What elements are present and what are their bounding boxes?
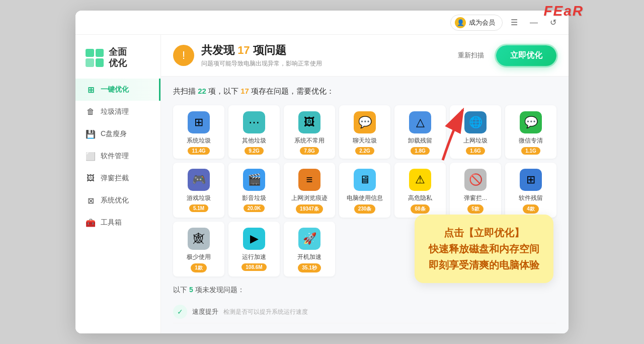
issue-card-high-risk[interactable]: ⚠ 高危隐私 68条 — [394, 163, 446, 218]
item-icon-browser-trace: ≡ — [298, 169, 320, 191]
item-badge-sys-trash: 11.4G — [188, 147, 209, 155]
member-label: 成为会员 — [469, 18, 495, 27]
nav-icon-disk: 💾 — [86, 129, 96, 139]
item-name-sys-unused: 系统不常用 — [294, 136, 325, 145]
item-badge-startup-speed: 35.1秒 — [298, 263, 320, 272]
issue-card-uninstall[interactable]: △ 卸载残留 1.8G — [394, 105, 446, 159]
item-badge-net-trash: 1.6G — [466, 147, 485, 155]
issue-card-pc-info[interactable]: 🖥 电脑使用信息 230条 — [339, 163, 390, 218]
item-icon-sys-trash: ⊞ — [188, 111, 210, 133]
issue-card-soft-remain[interactable]: ⊞ 软件残留 4款 — [505, 163, 556, 218]
item-badge-run-speed: 108.6M — [242, 263, 266, 271]
issue-card-chat-trash[interactable]: 💬 聊天垃圾 2.2G — [339, 105, 390, 159]
nav-list: ⊞ 一键优化 🗑 垃圾清理 💾 C盘瘦身 ⬜ 软件管理 🖼 弹窗拦截 ⊠ 系统优… — [75, 79, 160, 234]
nav-label-popup: 弹窗拦截 — [101, 174, 129, 183]
item-icon-soft-remain: ⊞ — [520, 169, 542, 191]
top-bar: ! 共发现 17 项问题 问题项可能导致电脑出现异常，影响正常使用 重新扫描 立… — [161, 35, 569, 77]
item-badge-other-trash: 9.2G — [245, 147, 264, 155]
avatar-icon: 👤 — [455, 17, 466, 28]
content-wrapper: 共扫描 22 项，以下 17 项存在问题，需要优化： ⊞ 系统垃圾 11.4G … — [161, 77, 569, 333]
item-name-browser-trace: 上网浏览痕迹 — [291, 194, 328, 202]
issue-card-sys-unused[interactable]: 🖼 系统不常用 7.8G — [284, 105, 335, 159]
issue-count: 17 — [237, 44, 250, 56]
nav-label-disk: C盘瘦身 — [101, 129, 127, 139]
item-icon-net-trash: 🌐 — [464, 111, 487, 133]
item-badge-browser-trace: 19347条 — [296, 204, 323, 214]
item-icon-rarely-used: 🕸 — [188, 228, 210, 250]
item-badge-high-risk: 68条 — [411, 204, 429, 214]
sidebar-item-trash[interactable]: 🗑 垃圾清理 — [75, 101, 160, 123]
item-name-game-trash: 游戏垃圾 — [187, 194, 211, 202]
scan-text-block: 共发现 17 项问题 问题项可能导致电脑出现异常，影响正常使用 — [201, 43, 322, 68]
issue-card-run-speed[interactable]: ▶ 运行加速 108.6M — [228, 222, 280, 277]
minimize-button[interactable]: — — [526, 16, 542, 29]
no-issue-check-icon: ✓ — [173, 305, 187, 319]
item-badge-game-trash: 5.1M — [189, 204, 208, 212]
title-prefix: 共发现 — [201, 44, 234, 56]
item-name-startup-speed: 开机加速 — [297, 253, 321, 261]
nav-label-trash: 垃圾清理 — [101, 107, 129, 116]
item-name-net-trash: 上网垃圾 — [463, 136, 488, 145]
item-icon-pc-info: 🖥 — [354, 169, 376, 191]
sidebar-item-optimize[interactable]: ⊠ 系统优化 — [75, 189, 160, 212]
nav-label-one-click: 一键优化 — [101, 85, 129, 94]
issue-card-rarely-used[interactable]: 🕸 极少使用 1款 — [173, 222, 224, 277]
member-button[interactable]: 👤 成为会员 — [450, 15, 503, 31]
sidebar-item-popup[interactable]: 🖼 弹窗拦截 — [75, 167, 160, 189]
callout-box: 点击【立即优化】 快速释放磁盘和内存空间 即刻享受清爽的电脑体验 — [415, 215, 553, 283]
nav-label-optimize: 系统优化 — [101, 196, 129, 205]
no-issue-title: 以下 5 项未发现问题： — [173, 286, 556, 295]
issue-card-other-trash[interactable]: ⋯ 其他垃圾 9.2G — [228, 105, 280, 159]
item-badge-rarely-used: 1款 — [191, 263, 207, 272]
issue-card-browser-trace[interactable]: ≡ 上网浏览痕迹 19347条 — [284, 163, 335, 218]
issue-card-startup-speed[interactable]: 🚀 开机加速 35.1秒 — [284, 222, 335, 277]
optimize-button[interactable]: 立即优化 — [496, 45, 556, 66]
app-title: 全面优化 — [109, 47, 127, 68]
item-icon-popup-block: 🚫 — [464, 169, 487, 191]
nav-icon-software: ⬜ — [86, 151, 96, 161]
fear-badge: FEaR — [543, 11, 569, 19]
sidebar-item-one-click[interactable]: ⊞ 一键优化 — [75, 79, 160, 101]
issue-card-sys-trash[interactable]: ⊞ 系统垃圾 11.4G — [173, 105, 224, 159]
main-layout: 全面优化 ⊞ 一键优化 🗑 垃圾清理 💾 C盘瘦身 ⬜ 软件管理 🖼 弹窗拦截 … — [75, 35, 569, 333]
item-name-wechat: 微信专清 — [519, 136, 543, 145]
nav-label-software: 软件管理 — [101, 152, 129, 161]
item-icon-film-trash: 🎬 — [243, 169, 265, 191]
issue-card-game-trash[interactable]: 🎮 游戏垃圾 5.1M — [173, 163, 224, 218]
top-actions: 重新扫描 立即优化 — [453, 45, 556, 66]
item-icon-chat-trash: 💬 — [354, 111, 376, 133]
item-name-pc-info: 电脑使用信息 — [347, 194, 383, 202]
sidebar-item-software[interactable]: ⬜ 软件管理 — [75, 145, 160, 167]
rescan-button[interactable]: 重新扫描 — [453, 48, 489, 63]
sidebar-item-disk[interactable]: 💾 C盘瘦身 — [75, 123, 160, 145]
item-badge-film-trash: 20.0K — [244, 204, 265, 212]
title-suffix: 项问题 — [253, 44, 286, 56]
scan-info: ! 共发现 17 项问题 问题项可能导致电脑出现异常，影响正常使用 — [173, 43, 322, 68]
item-name-uninstall: 卸载残留 — [408, 136, 432, 145]
issue-card-popup-block[interactable]: 🚫 弹窗拦... 5款 — [450, 163, 501, 218]
sidebar-item-tools[interactable]: 🧰 工具箱 — [75, 212, 160, 234]
nav-icon-tools: 🧰 — [86, 218, 96, 228]
item-icon-run-speed: ▶ — [243, 228, 265, 250]
item-name-film-trash: 影音垃圾 — [242, 194, 266, 202]
nav-icon-one-click: ⊞ — [86, 85, 96, 95]
issue-card-net-trash[interactable]: 🌐 上网垃圾 1.6G — [450, 105, 501, 159]
issue-card-film-trash[interactable]: 🎬 影音垃圾 20.0K — [228, 163, 280, 218]
nav-icon-optimize: ⊠ — [86, 195, 96, 205]
item-icon-high-risk: ⚠ — [409, 169, 431, 191]
menu-button[interactable]: ☰ — [507, 16, 522, 29]
item-name-other-trash: 其他垃圾 — [242, 136, 266, 145]
scan-subtitle: 问题项可能导致电脑出现异常，影响正常使用 — [201, 59, 322, 68]
nav-icon-popup: 🖼 — [86, 173, 96, 183]
sidebar: 全面优化 ⊞ 一键优化 🗑 垃圾清理 💾 C盘瘦身 ⬜ 软件管理 🖼 弹窗拦截 … — [75, 35, 161, 333]
item-name-run-speed: 运行加速 — [242, 253, 266, 261]
logo-icon — [86, 49, 104, 67]
callout-line3: 即刻享受清爽的电脑体验 — [429, 257, 539, 273]
scan-title: 共发现 17 项问题 — [201, 43, 322, 58]
item-badge-wechat: 1.1G — [521, 147, 540, 155]
item-name-popup-block: 弹窗拦... — [464, 194, 487, 202]
issue-card-wechat[interactable]: 💬 微信专清 1.1G — [505, 105, 556, 159]
item-icon-startup-speed: 🚀 — [298, 228, 320, 250]
no-issue-section: 以下 5 项未发现问题： ✓ 速度提升 检测是否可以提升系统运行速度 — [173, 286, 556, 323]
item-icon-other-trash: ⋯ — [243, 111, 265, 133]
